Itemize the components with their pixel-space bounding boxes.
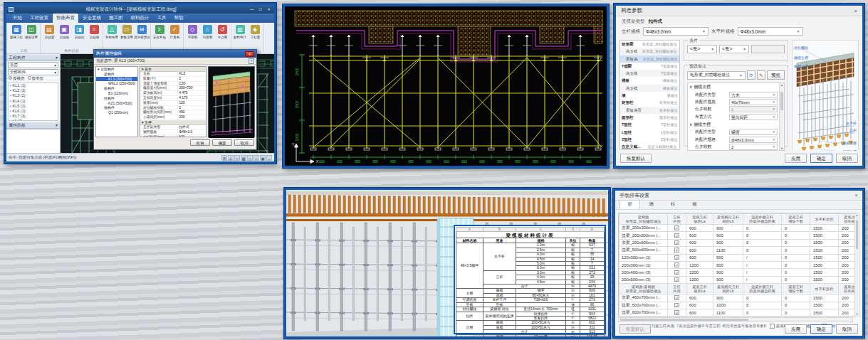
dialog-button-1[interactable]: 确定 [212,139,232,146]
arrange-row-2-1[interactable]: 边梁_500x700mm (...✓60010000015002002 [619,302,860,309]
arrange-row-1-7[interactable]: 200x500mm (3)✓1200900/015002002 [619,276,860,283]
ribbon-btn-4-11[interactable]: ◇平面图 [185,24,199,48]
dialog-close-button[interactable]: × [245,51,254,57]
arrange-cancel-button[interactable]: 取消 [836,324,858,334]
status-icon-3[interactable]: ▦ [241,155,246,161]
dialog-tree-item-5[interactable]: · B1 (120mm) [96,91,137,96]
row-checkbox[interactable]: ✓ [674,240,679,245]
arrange-close-button[interactable]: × [854,192,858,198]
tree-item-7[interactable]: ▪ L1 (2) [9,119,58,121]
dialog-tree-item-4[interactable]: · 板构件 [96,86,137,91]
arrange-row-2-2[interactable]: 边梁_600x700mm (...✓60011000015002002 [619,309,860,316]
method-list-item-13[interactable]: Z型柱Z型柱做法 [620,136,679,143]
status-icon-5[interactable]: ⊥ [253,155,259,161]
row-checkbox[interactable]: ✓ [674,270,679,275]
menu-tab-6[interactable]: 工具 [154,14,170,23]
dialog-prop-row-1-0[interactable]: 支撑架类型扣件式 [140,125,206,130]
dialog-button-2[interactable]: 取消 [234,139,254,146]
pole-spec-select[interactable]: Φ48x3.0mm▼ [643,27,708,36]
ribbon-btn-1-2[interactable]: ▤识别梁 [42,24,56,48]
arrange-row-1-1[interactable]: 边梁_200x500mm (...✓6009000015002002 [619,232,860,239]
dialog-3d-preview[interactable] [208,66,255,137]
status-icon-6[interactable]: ▣ [260,155,266,161]
dialog-prop-row-0-7[interactable]: 对拉螺栓排数2 [140,106,206,111]
prop-scrollbar[interactable]: ▲▼ [779,83,784,150]
dialog-prop-row-0-0[interactable]: 名称KL3 [140,72,206,77]
ribbon-btn-3-9[interactable]: Σ安全复核 [152,24,167,48]
menu-tab-2[interactable]: 智能布置 [53,14,78,23]
arrange-row-1-0[interactable]: 次梁_200x300mm (...✓6009000015002002 [619,225,860,232]
ribbon-btn-4-12[interactable]: ⌂剖面图 [200,24,214,48]
arrange-tab-1[interactable]: 墙 [642,200,662,209]
command-line[interactable]: 命令: 指定对角点或 [栏选(F)/圈围(WP)]: [9,155,220,160]
row-checkbox[interactable]: ✓ [674,248,679,253]
ribbon-btn-1-3[interactable]: ▣识别板 [57,24,71,48]
arrange-row-2-0[interactable]: 次梁_400x700mm (...✓6009000015002002 [619,294,860,302]
dialog-prop-row-0-8[interactable]: 螺栓竖向间距(mm)450 [140,110,206,115]
param-prop-row-0-1[interactable]: 构配件规格40x70mm▼ [688,98,784,105]
arrange-table-viewport[interactable]: 梁截面矩形梁_对拉螺栓做法立杆共用梁底立杆纵距La梁底横向立杆间距Lb边梁外侧立… [618,213,859,317]
method-list-item-8[interactable]: 矩形柱矩形柱做法 [620,99,679,106]
radio-by-floor[interactable]: 按楼层 [9,76,25,81]
row-checkbox[interactable]: ✓ [674,295,679,300]
arrange-row-1-6[interactable]: 200x400mm (3)✓1200900/015002002 [619,269,860,276]
ribbon-btn-0-1[interactable]: ◫楼层设置 [24,24,38,48]
help-icon[interactable]: ? [249,58,254,64]
param-prop-row-1-2[interactable]: 合并根数2▼ [688,143,784,150]
param-prop-row-0-2[interactable]: 合并根数1▼ [688,106,784,113]
arrange-apply-button[interactable]: 应用 [785,324,807,334]
tree-item-4[interactable]: ▪ KL5 (2) [9,104,58,109]
method-list-item-9[interactable]: 梁板底置矩形柱做法 [620,107,679,114]
param-prop-row-1-1[interactable]: 构配件规格Φ48x3.0mm▼ [688,136,784,143]
param-prop-row-1-0[interactable]: 构配件类型钢管▼ [688,129,784,136]
arrange-tab-2[interactable]: 柱 [663,200,684,209]
arrange-restore-button[interactable]: 恢复默认 [619,324,651,334]
method-list-item-11[interactable]: T型柱T型柱做法 [620,121,679,128]
method-list-item-6[interactable]: 高支模楼板做法 [620,85,679,92]
arrange-row-1-4[interactable]: 120x300mm (1)✓600900/015002002 [619,254,860,261]
arrange-tab-0[interactable]: 梁 [619,200,640,209]
condition-select-1[interactable]: <无>▼ [687,45,717,53]
ribbon-btn-2-6[interactable]: △智能布置 [105,24,119,48]
arrange-row-1-2[interactable]: 次梁_200x600mm (...✓6009000015002002 [619,239,860,246]
row-checkbox[interactable]: ✓ [674,277,679,282]
apply-button[interactable]: 应用 [785,154,807,163]
dialog-prop-row-0-2[interactable]: 混凝土强度等级C30 [140,82,206,87]
tree-item-2[interactable]: ▪ KL3 (2) [9,93,58,98]
floor-select[interactable]: 首层▾ [8,62,58,68]
method-list-item-4[interactable]: 高支模T型梁做法 [620,70,679,77]
dialog-prop-row-1-2[interactable]: 立杆纵距(mm)600 [140,135,206,137]
dialog-prop-row-0-1[interactable]: 数量(个)2 [140,77,206,82]
ribbon-btn-1-4[interactable]: ◨识别柱 [72,24,86,48]
maximize-button[interactable]: □ [257,7,263,11]
dialog-prop-row-0-9[interactable]: 小梁间距(mm)200 [140,115,206,120]
ok-button[interactable]: 确定 [810,154,832,163]
radio-by-type[interactable]: 按类型 [28,76,44,81]
param-prop-row-0-0[interactable]: 构配件类型方木▼ [688,91,784,98]
status-icon-1[interactable]: ∠ [228,155,234,161]
row-checkbox[interactable]: ✓ [674,310,679,315]
method-list-item-14[interactable]: 自定义截...自定义截面柱做法 [620,143,679,150]
dialog-button-0[interactable]: 应用 [190,139,210,146]
condition-value-field[interactable] [751,45,785,53]
status-icon-7[interactable]: ↔ [266,155,272,161]
dialog-tree-item-7[interactable]: · KZ1 (500×500) [96,101,137,106]
dialog-tree-item-0[interactable]: ▾ 全部构件 [96,67,137,72]
menu-tab-1[interactable]: 工程设置 [26,14,52,23]
tree-item-1[interactable]: ▪ KL2 (3) [9,88,58,93]
condition-select-2[interactable]: <无>▼ [719,45,749,53]
dialog-prop-row-0-3[interactable]: 截面宽×高(mm)300×700 [140,86,206,91]
row-checkbox[interactable]: ✓ [674,225,679,230]
menu-tab-5[interactable]: 材料统计 [127,14,153,23]
method-list-item-0[interactable]: 矩形梁矩形梁_对拉螺栓做法 [620,41,679,48]
component-filter-select[interactable]: 全部构件▾ [8,69,58,75]
render-3d-panel[interactable]: ABCDE梁模板材料统计表材料名称用途规格单位数量48×3.5钢管水平杆1.0m… [284,188,610,339]
arrange-vscrollbar[interactable]: ▲▼ [854,213,859,317]
status-icon-0[interactable]: ⊞ [221,155,227,161]
ribbon-btn-3-10[interactable]: ✓计算书 [167,24,182,48]
method-list-item-10[interactable]: 圆形柱圆形柱做法 [620,114,679,121]
cancel-button[interactable]: 取消 [836,154,858,163]
status-icon-2[interactable]: ⌖ [234,155,240,161]
dialog-prop-row-0-6[interactable]: 板厚(mm)120 [140,101,206,106]
param-prop-row-0-3[interactable]: 布置方式竖向间距▼ [688,113,784,120]
